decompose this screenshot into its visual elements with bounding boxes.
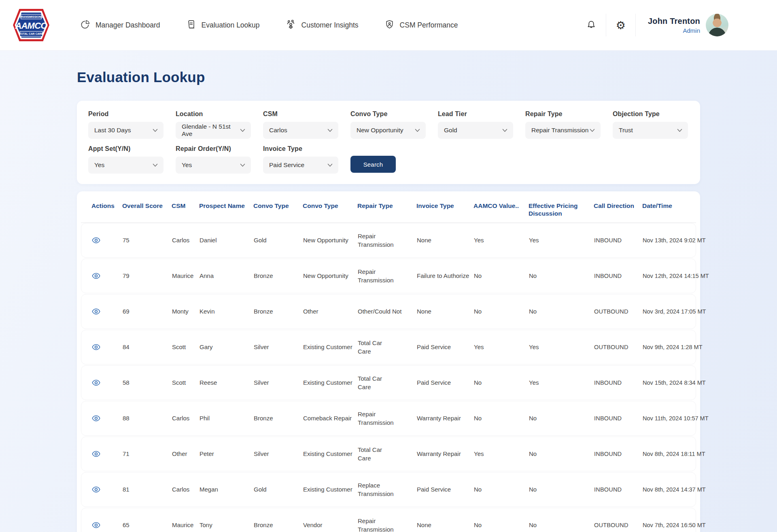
cell-csm: Carlos [172, 482, 200, 497]
view-evaluation-button[interactable] [92, 235, 104, 246]
cell-csm: Carlos [172, 233, 200, 248]
filter-label: Invoice Type [263, 145, 338, 153]
dropdown-value: Yes [182, 161, 192, 169]
page-title: Evaluation Lookup [77, 69, 700, 85]
view-evaluation-button[interactable] [92, 271, 104, 281]
cell-effective-pricing: No [529, 482, 594, 497]
chevron-down-icon [153, 163, 158, 167]
user-name: John Trenton [648, 17, 700, 26]
objection-type-dropdown[interactable]: Trust [613, 122, 688, 139]
filter-label: Repair Type [525, 110, 601, 118]
view-evaluation-button[interactable] [92, 413, 104, 424]
eye-icon [92, 379, 100, 386]
filter-label: Repair Order(Y/N) [176, 145, 251, 153]
nav-label: Evaluation Lookup [202, 21, 260, 30]
location-dropdown[interactable]: Glendale - N 51st Ave [176, 122, 251, 139]
column-header-actions: Actions [91, 202, 122, 210]
people-group-icon [286, 19, 296, 31]
chevron-down-icon [590, 129, 595, 132]
search-button[interactable]: Search [350, 156, 396, 173]
shield-person-icon [384, 19, 395, 31]
cell-repair-type: Repair Transmission [358, 229, 417, 252]
nav-item-evaluation-lookup[interactable]: Evaluation Lookup [186, 19, 260, 31]
cell-aamco-value: Yes [474, 233, 529, 248]
vertical-divider [606, 14, 606, 36]
cell-call-direction: OUTBOUND [594, 304, 643, 319]
filter-repair-type: Repair Type Repair Transmission [525, 110, 601, 139]
invoice-type-dropdown[interactable]: Paid Service [263, 157, 338, 174]
lead-tier-dropdown[interactable]: Gold [438, 122, 513, 139]
eye-icon [92, 415, 100, 422]
cell-actions [92, 473, 123, 507]
view-evaluation-button[interactable] [92, 342, 104, 352]
logo-text-transmissions: TRANSMISSIONS [19, 15, 43, 18]
user-info[interactable]: John Trenton Admin [648, 17, 700, 34]
settings-gear-button[interactable]: ⚙ [612, 16, 630, 34]
cell-overall-score: 88 [123, 411, 172, 426]
chevron-down-icon [415, 129, 420, 132]
period-dropdown[interactable]: Last 30 Days [88, 122, 163, 139]
cell-convo-type: Existing Customer [303, 375, 358, 390]
cell-lead-tier: Bronze [254, 411, 303, 426]
cell-call-direction: INBOUND [594, 375, 643, 390]
cell-aamco-value: No [474, 482, 529, 497]
cell-actions [92, 401, 123, 435]
filter-label: Convo Type [350, 110, 426, 118]
receipt-icon [186, 19, 196, 31]
cell-invoice-type: Paid Service [417, 339, 474, 354]
view-evaluation-button[interactable] [92, 520, 104, 530]
appt-set-dropdown[interactable]: Yes [88, 157, 163, 174]
nav-item-manager-dashboard[interactable]: Manager Dashboard [80, 19, 160, 31]
nav-item-csm-performance[interactable]: CSM Performance [384, 19, 458, 31]
eye-icon [92, 486, 100, 493]
cell-prospect-name: Peter [200, 446, 254, 461]
filter-convo-type: Convo Type New Opportunity [350, 110, 426, 139]
column-header-overall-score: Overall Score [122, 202, 172, 210]
view-evaluation-button[interactable] [92, 306, 104, 317]
repair-order-dropdown[interactable]: Yes [176, 157, 251, 174]
filter-label: Objection Type [613, 110, 688, 118]
cell-call-direction: INBOUND [594, 411, 643, 426]
filter-row-1: Period Last 30 Days Location Glendale - … [88, 110, 689, 139]
filter-appt-set: Appt Set(Y/N) Yes [88, 145, 163, 174]
chevron-down-icon [327, 163, 333, 167]
csm-dropdown[interactable]: Carlos [263, 122, 338, 139]
cell-convo-type: Existing Customer [303, 446, 358, 461]
top-navigation-bar: TRANSMISSIONS AAMCO TOTAL CAR CARE Manag… [0, 0, 777, 51]
cell-lead-tier: Gold [254, 482, 303, 497]
aamco-logo[interactable]: TRANSMISSIONS AAMCO TOTAL CAR CARE [11, 6, 51, 45]
table-row: 75 Carlos Daniel Gold New Opportunity Re… [81, 223, 696, 258]
cell-call-direction: INBOUND [594, 269, 643, 283]
cell-prospect-name: Tony [200, 517, 254, 532]
cell-invoice-type: None [417, 233, 474, 248]
notifications-bell-button[interactable] [582, 16, 600, 34]
cell-effective-pricing: Yes [529, 375, 594, 390]
cell-actions [92, 508, 123, 532]
view-evaluation-button[interactable] [92, 484, 104, 495]
convo-type-dropdown[interactable]: New Opportunity [350, 122, 426, 139]
cell-date-time: Nov 8th, 2024 14:37 MT [643, 482, 702, 497]
cell-actions [92, 366, 123, 400]
filter-invoice-type: Invoice Type Paid Service [263, 145, 338, 174]
eye-icon [92, 451, 100, 457]
cell-prospect-name: Kevin [200, 304, 254, 319]
dropdown-value: Repair Transmission [531, 127, 588, 134]
view-evaluation-button[interactable] [92, 377, 104, 388]
filter-label: Lead Tier [438, 110, 513, 118]
user-role: Admin [648, 27, 700, 34]
column-header-csm: CSM [172, 202, 199, 210]
filters-panel: Period Last 30 Days Location Glendale - … [77, 101, 700, 184]
gear-icon: ⚙ [616, 20, 626, 31]
cell-csm: Monty [172, 304, 200, 319]
dropdown-value: Yes [94, 161, 104, 169]
eye-icon [92, 308, 100, 315]
view-evaluation-button[interactable] [92, 449, 104, 459]
repair-type-dropdown[interactable]: Repair Transmission [525, 122, 601, 139]
avatar[interactable] [706, 14, 728, 36]
nav-item-customer-insights[interactable]: Customer Insights [286, 19, 359, 31]
cell-aamco-value: No [474, 411, 529, 426]
column-header-convo-type-1: Convo Type [253, 202, 303, 210]
dropdown-value: Last 30 Days [94, 127, 131, 134]
table-row: 84 Scott Gary Silver Existing Customer T… [81, 330, 696, 365]
cell-invoice-type: Warranty Repair [417, 411, 474, 426]
